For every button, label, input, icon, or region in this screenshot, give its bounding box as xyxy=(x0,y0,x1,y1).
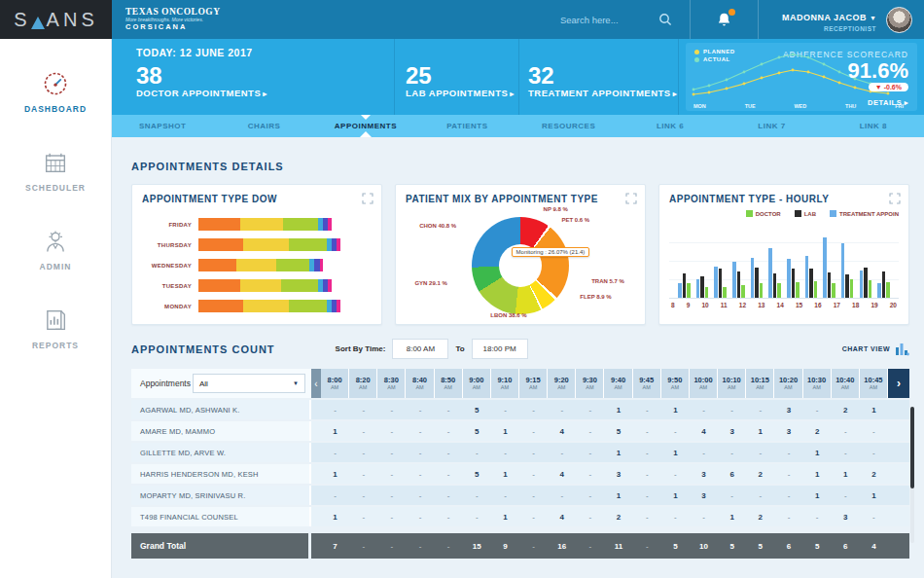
stat-doctor-appointments[interactable]: 38 DOCTOR APPOINTMENTS▸ xyxy=(136,63,267,98)
stat-treatment-appointments[interactable]: 32 TREATMENT APPOINTMENTS▸ xyxy=(528,63,677,98)
user-avatar[interactable] xyxy=(886,7,912,33)
count-cell: - xyxy=(633,486,661,505)
gauge-icon xyxy=(42,70,69,97)
dow-day-label: FRIDAY xyxy=(142,222,198,228)
count-cell: - xyxy=(435,464,463,484)
time-suffix: AM xyxy=(812,384,820,390)
tab-appoinments[interactable]: APPOINMENTS xyxy=(315,115,416,137)
dow-segment xyxy=(198,300,243,312)
dow-segment xyxy=(198,259,236,271)
dow-segment xyxy=(243,300,288,312)
sidebar-item-admin[interactable]: ADMIN xyxy=(40,228,72,271)
sidebar-item-reports[interactable]: REPORTS xyxy=(32,307,79,350)
tab-patients[interactable]: PATIENTS xyxy=(416,115,517,137)
app-logo[interactable]: SANS xyxy=(0,0,112,39)
tab-chairs[interactable]: CHAIRS xyxy=(213,115,314,137)
filter-dropdown[interactable]: All ▼ xyxy=(193,374,305,393)
dow-segment xyxy=(283,218,318,231)
time-suffix: AM xyxy=(870,384,877,390)
count-cell: - xyxy=(491,443,519,462)
count-cell: - xyxy=(690,400,718,419)
divider xyxy=(690,0,691,39)
count-cell: 1 xyxy=(803,443,832,462)
time-suffix: AM xyxy=(586,384,593,390)
expand-icon[interactable] xyxy=(362,193,373,204)
search-icon[interactable] xyxy=(658,13,672,26)
grand-total-cell: 9 xyxy=(491,533,519,559)
arrow-right-icon: ▸ xyxy=(510,90,515,98)
count-cell: 3 xyxy=(832,507,860,526)
count-cell: - xyxy=(349,486,377,505)
notifications-button[interactable] xyxy=(716,11,732,28)
grand-total-cell: - xyxy=(377,533,406,559)
hourly-bar-group xyxy=(841,225,854,298)
sidebar-item-label: DASHBOARD xyxy=(24,104,87,114)
count-cell: - xyxy=(633,464,661,484)
count-cell: - xyxy=(406,464,434,484)
gap-cell xyxy=(311,443,321,462)
legend-swatch xyxy=(795,210,801,217)
donut-slice-label: FLEP 8.9 % xyxy=(580,294,611,300)
hourly-bar-group xyxy=(805,225,818,298)
expand-icon[interactable] xyxy=(889,193,901,204)
hourly-bar xyxy=(886,282,890,299)
adherence-details-link[interactable]: DETAILS ▸ xyxy=(868,98,908,107)
dow-segment xyxy=(289,238,327,251)
time-column-header: 9:40AM xyxy=(604,369,632,398)
adherence-day-label: WED xyxy=(794,103,806,109)
legend-item: DOCTOR xyxy=(746,210,781,217)
hourly-bar-group xyxy=(877,225,890,298)
time-suffix: AM xyxy=(331,384,338,390)
tab-resources[interactable]: RESOURCES xyxy=(518,115,620,137)
count-cell: 3 xyxy=(690,486,718,505)
tab-snapshot[interactable]: SNAPSHOT xyxy=(112,115,213,137)
count-cell: - xyxy=(435,507,463,526)
count-cell: - xyxy=(435,443,463,462)
sidebar-item-scheduler[interactable]: SCHEDULER xyxy=(25,149,86,193)
mix-chart: Monitoring : 26.07% (21.4) NP 9.8 %PET 0… xyxy=(406,206,635,321)
count-cell: - xyxy=(519,507,548,526)
time-column-header: 10:45AM xyxy=(860,369,888,398)
top-bar: SANS TEXAS ONCOLOGY More breakthroughs. … xyxy=(0,0,924,39)
legend-label: DOCTOR xyxy=(756,211,781,217)
sidebar-item-dashboard[interactable]: DASHBOARD xyxy=(24,70,87,114)
dow-segment xyxy=(328,218,332,231)
donut-slice-label: GYN 29.1 % xyxy=(414,280,446,286)
count-cell: 2 xyxy=(803,421,832,441)
time-from-input[interactable] xyxy=(392,339,448,359)
count-cell: - xyxy=(746,400,774,419)
count-cell: - xyxy=(774,486,802,505)
dow-segment xyxy=(198,238,243,251)
hourly-bar xyxy=(828,272,832,298)
adherence-legend: PLANNED ACTUAL xyxy=(694,49,735,64)
dow-day-label: MONDAY xyxy=(142,304,198,309)
search-input[interactable] xyxy=(560,15,653,25)
count-cell: 5 xyxy=(463,464,491,484)
tab-link-6[interactable]: LINK 6 xyxy=(620,115,721,137)
chevron-down-icon: ▼ xyxy=(293,380,299,386)
stat-lab-appointments[interactable]: 25 LAB APPOINTMENTS▸ xyxy=(406,63,515,98)
time-column-header: 8:40AM xyxy=(406,369,434,398)
tab-link-7[interactable]: LINK 7 xyxy=(721,115,822,137)
expand-icon[interactable] xyxy=(625,193,637,204)
tab-link-8[interactable]: LINK 8 xyxy=(823,115,924,137)
hourly-bar xyxy=(678,283,682,298)
user-name: MADONNA JACOB xyxy=(782,13,867,22)
dow-segment xyxy=(276,259,309,271)
hourly-bar xyxy=(805,256,809,299)
hourly-bar xyxy=(787,259,791,298)
next-columns-button[interactable]: › xyxy=(888,369,909,398)
grand-total-cell: - xyxy=(576,533,604,559)
table-scrollbar-thumb[interactable] xyxy=(910,407,914,488)
time-suffix: AM xyxy=(728,384,735,390)
card-title: APPOINTMENT TYPE - HOURLY xyxy=(669,194,899,204)
count-cell: - xyxy=(803,400,832,419)
chart-view-button[interactable]: CHART VIEW xyxy=(842,343,909,356)
count-cell: - xyxy=(718,400,746,419)
prev-columns-button[interactable]: ‹ xyxy=(311,369,321,398)
count-cell: - xyxy=(491,486,519,505)
time-label: 8:00 xyxy=(328,377,342,384)
user-menu[interactable]: MADONNA JACOB▼ RECEPTIONIST xyxy=(782,6,876,33)
card-title: APPOINTMENT TYPE DOW xyxy=(142,194,372,204)
time-to-input[interactable] xyxy=(472,339,528,359)
